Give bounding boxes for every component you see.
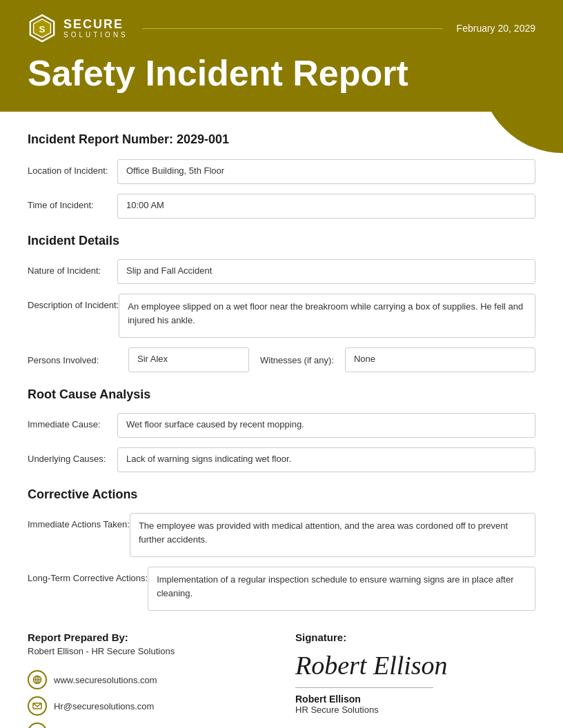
signer-role: HR Secure Solutions xyxy=(295,705,535,715)
phone-icon xyxy=(28,722,47,728)
persons-witnesses-row: Persons Involved: Sir Alex Witnesses (if… xyxy=(28,347,535,372)
underlying-causes-row: Underlying Causes: Lack of warning signs… xyxy=(28,447,535,472)
persons-label: Persons Involved: xyxy=(28,355,117,365)
description-value: An employee slipped on a wet floor near … xyxy=(119,294,535,338)
location-value: Office Building, 5th Floor xyxy=(117,159,535,184)
immediate-actions-label: Immediate Actions Taken: xyxy=(28,513,130,531)
logo-text-block: SECURE SoLutions xyxy=(63,18,128,39)
underlying-causes-label: Underlying Causes: xyxy=(28,447,117,465)
email-text: Hr@securesolutions.com xyxy=(54,701,154,711)
prepared-by-name: Robert Ellison - HR Secure Solutions xyxy=(28,646,268,656)
nature-value: Slip and Fall Accident xyxy=(117,259,535,284)
longterm-actions-row: Long-Term Corrective Actions: Implementa… xyxy=(28,567,535,611)
location-row: Location of Incident: Office Building, 5… xyxy=(28,159,535,184)
body-content: Incident Report Number: 2029-001 Locatio… xyxy=(0,112,563,728)
longterm-actions-label: Long-Term Corrective Actions: xyxy=(28,567,148,585)
footer-left: Report Prepared By: Robert Ellison - HR … xyxy=(28,631,268,728)
root-cause-heading: Root Cause Analysis xyxy=(28,387,535,402)
witnesses-label: Witnesses (if any): xyxy=(260,355,334,365)
signer-name: Robert Ellison xyxy=(295,694,535,705)
nature-label: Nature of Incident: xyxy=(28,259,117,277)
header-divider xyxy=(142,28,443,29)
witnesses-value: None xyxy=(345,347,535,372)
nature-row: Nature of Incident: Slip and Fall Accide… xyxy=(28,259,535,284)
report-title: Safety Incident Report xyxy=(28,55,535,91)
logo-icon: S xyxy=(28,14,57,43)
logo-area: S SECURE SoLutions xyxy=(28,14,128,43)
time-row: Time of Incident: 10:00 AM xyxy=(28,194,535,219)
email-contact: Hr@securesolutions.com xyxy=(28,696,268,716)
signature-image: Robert Ellison xyxy=(295,650,535,682)
description-row: Description of Incident: An employee sli… xyxy=(28,294,535,338)
persons-value: Sir Alex xyxy=(128,347,249,372)
longterm-actions-value: Implementation of a regular inspection s… xyxy=(148,567,535,611)
logo-secure-text: SECURE xyxy=(63,18,128,32)
header-date: February 20, 2029 xyxy=(457,23,535,34)
header: S SECURE SoLutions February 20, 2029 Saf… xyxy=(0,0,563,112)
website-text: www.securesolutions.com xyxy=(54,675,157,685)
globe-icon xyxy=(28,670,47,689)
signature-line xyxy=(295,687,433,688)
page: S SECURE SoLutions February 20, 2029 Saf… xyxy=(0,0,563,728)
footer-right: Signature: Robert Ellison Robert Ellison… xyxy=(295,631,535,728)
logo-solutions-text: SoLutions xyxy=(63,31,128,39)
time-label: Time of Incident: xyxy=(28,194,117,212)
report-number: Incident Report Number: 2029-001 xyxy=(28,132,535,147)
immediate-actions-value: The employee was provided with medical a… xyxy=(130,513,535,557)
svg-text:S: S xyxy=(39,24,46,34)
time-value: 10:00 AM xyxy=(117,194,535,219)
header-top: S SECURE SoLutions February 20, 2029 xyxy=(28,14,535,43)
immediate-cause-row: Immediate Cause: Wet floor surface cause… xyxy=(28,413,535,438)
phone-contact: 505-644-5504 xyxy=(28,722,268,728)
email-icon xyxy=(28,696,47,716)
description-label: Description of Incident: xyxy=(28,294,119,312)
signature-title: Signature: xyxy=(295,631,535,643)
incident-details-heading: Incident Details xyxy=(28,234,535,248)
corrective-actions-heading: Corrective Actions xyxy=(28,487,535,502)
location-label: Location of Incident: xyxy=(28,159,117,177)
website-contact: www.securesolutions.com xyxy=(28,670,268,689)
immediate-cause-label: Immediate Cause: xyxy=(28,413,117,431)
underlying-causes-value: Lack of warning signs indicating wet flo… xyxy=(117,447,535,472)
footer-section: Report Prepared By: Robert Ellison - HR … xyxy=(28,631,535,728)
immediate-actions-row: Immediate Actions Taken: The employee wa… xyxy=(28,513,535,557)
prepared-by-title: Report Prepared By: xyxy=(28,631,268,643)
immediate-cause-value: Wet floor surface caused by recent moppi… xyxy=(117,413,535,438)
